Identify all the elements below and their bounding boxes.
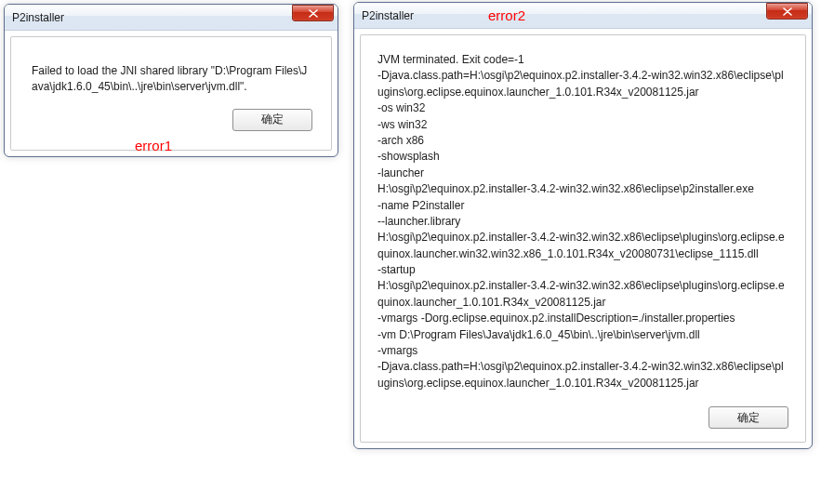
ok-button-label: 确定 (261, 112, 284, 127)
button-row: 确定 (11, 109, 331, 150)
error-message-line: -arch x86 (377, 133, 788, 149)
error-message-line: -vm D:\Program Files\Java\jdk1.6.0_45\bi… (377, 327, 788, 343)
error-message-line: -launcher (377, 166, 788, 181)
error-message-line: -startup (377, 262, 788, 278)
titlebar[interactable]: P2installer (5, 5, 338, 31)
button-row: 确定 (361, 401, 805, 442)
error-dialog-1: P2installer Failed to load the JNI share… (4, 4, 338, 157)
close-button[interactable] (292, 5, 334, 21)
window-title: P2installer (362, 9, 766, 22)
error-message-line: JVM terminated. Exit code=-1 (377, 52, 788, 68)
window-title: P2installer (12, 11, 292, 24)
error-dialog-2: P2installer JVM terminated. Exit code=-1… (353, 2, 813, 449)
error-message-line: -os win32 (377, 100, 788, 116)
ok-button-label: 确定 (737, 410, 760, 426)
close-button[interactable] (766, 3, 808, 20)
close-icon (783, 7, 792, 16)
ok-button[interactable]: 确定 (708, 406, 788, 429)
dialog-content: Failed to load the JNI shared library "D… (11, 37, 331, 109)
error-message: Failed to load the JNI shared library "D… (32, 63, 311, 96)
ok-button[interactable]: 确定 (232, 109, 312, 131)
error-message-line: H:\osgi\p2\equinox.p2.installer-3.4.2-wi… (377, 230, 788, 262)
error-message-line: -name P2installer (377, 198, 788, 214)
error-message-line: -Djava.class.path=H:\osgi\p2\equinox.p2.… (377, 359, 788, 391)
error-message-line: -Djava.class.path=H:\osgi\p2\equinox.p2.… (377, 68, 788, 100)
close-icon (309, 9, 318, 18)
error-message-line: -vmargs -Dorg.eclipse.equinox.p2.install… (377, 311, 788, 326)
dialog-content: JVM terminated. Exit code=-1-Djava.class… (361, 35, 805, 401)
titlebar[interactable]: P2installer (354, 3, 812, 29)
error-message-line: -ws win32 (377, 117, 788, 133)
error-message-line: -showsplash (377, 149, 788, 165)
dialog-panel: JVM terminated. Exit code=-1-Djava.class… (360, 34, 806, 443)
error-message-line: -vmargs (377, 343, 788, 359)
error-message-line: H:\osgi\p2\equinox.p2.installer-3.4.2-wi… (377, 181, 788, 197)
dialog-panel: Failed to load the JNI shared library "D… (10, 36, 332, 151)
error-message-line: H:\osgi\p2\equinox.p2.installer-3.4.2-wi… (377, 278, 788, 311)
error-message-line: --launcher.library (377, 214, 788, 230)
